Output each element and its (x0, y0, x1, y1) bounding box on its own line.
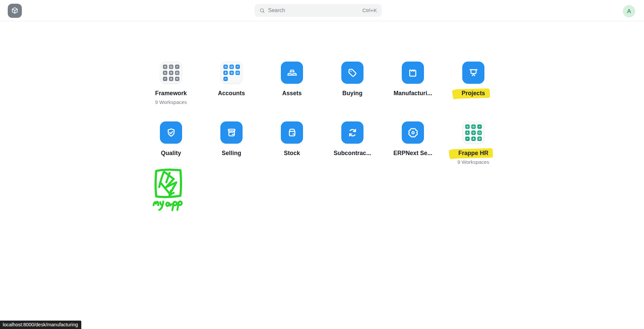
app-label-row: Stock (284, 150, 300, 157)
app-tile-accounts (220, 62, 243, 84)
workspace-count: 9 Workspaces (155, 99, 187, 105)
mini-app-icon (175, 77, 179, 81)
app-label-row: ERPNext Se... (393, 150, 432, 157)
factory-icon (407, 67, 419, 79)
app-label: Subcontrac... (334, 150, 371, 157)
apps-row-1: Framework9 WorkspacesAccountsAssetsBuyin… (141, 62, 505, 121)
sync-arrows-icon (347, 127, 358, 139)
mini-app-icon (235, 71, 240, 75)
mini-app-icon (175, 65, 179, 69)
mini-app-icon (465, 124, 470, 129)
mini-app-grid (223, 65, 240, 81)
app-tile-manufacturing (402, 62, 424, 84)
app-label: Framework (155, 90, 187, 97)
search-input[interactable] (268, 7, 359, 13)
app-item-stock[interactable]: Stock (262, 121, 322, 157)
mini-app-icon (477, 131, 482, 135)
mini-app-icon (163, 71, 167, 75)
mini-app-icon (465, 131, 470, 135)
app-label-row: Frappe HR (458, 150, 488, 157)
mini-app-grid (465, 124, 482, 141)
app-label-row: Quality (161, 150, 181, 157)
status-url-tooltip: localhost:8000/desk/manufacturing (0, 321, 81, 329)
tag-icon (347, 67, 358, 79)
app-label-row: Assets (282, 90, 302, 97)
mini-app-icon (465, 137, 470, 141)
user-avatar[interactable]: A (623, 5, 635, 17)
app-label: Assets (282, 90, 302, 97)
app-item-subcontracting[interactable]: Subcontrac... (322, 121, 383, 157)
mini-app-icon (471, 124, 476, 129)
app-tile-buying (341, 62, 363, 84)
mini-app-icon (235, 65, 240, 69)
app-label: Buying (342, 90, 362, 97)
mini-app-icon (163, 65, 167, 69)
mini-app-icon (223, 77, 228, 81)
mini-app-icon (223, 65, 228, 69)
app-tile-erpnext-settings (402, 121, 424, 144)
gear-icon (407, 127, 419, 139)
app-item-assets[interactable]: Assets (262, 62, 322, 97)
mini-app-icon (477, 124, 482, 129)
app-item-framework[interactable]: Framework9 Workspaces (141, 62, 201, 105)
search-icon (259, 8, 265, 13)
app-item-buying[interactable]: Buying (322, 62, 383, 97)
app-label-row: Buying (342, 90, 362, 97)
app-item-accounts[interactable]: Accounts (201, 62, 262, 97)
app-label-row: Manufacturi... (393, 90, 432, 97)
mini-app-icon (169, 77, 173, 81)
storefront-icon (226, 127, 238, 139)
app-label: Stock (284, 150, 300, 157)
app-label-row: Framework (155, 90, 187, 97)
app-tile-framework (160, 62, 182, 84)
app-label: Quality (161, 150, 181, 157)
global-search[interactable]: Ctrl+K (255, 4, 382, 17)
app-item-selling[interactable]: Selling (201, 121, 262, 157)
app-label-row: Projects (462, 90, 485, 97)
workspace-count: 9 Workspaces (458, 159, 489, 165)
mini-app-icon (477, 137, 482, 141)
app-label: Selling (222, 150, 241, 157)
app-logo-button[interactable] (8, 4, 22, 18)
app-label-row: Subcontrac... (334, 150, 371, 157)
search-shortcut-hint: Ctrl+K (362, 7, 377, 13)
mini-app-icon (169, 71, 173, 75)
app-label: Projects (462, 90, 485, 97)
apps-grid: Framework9 WorkspacesAccountsAssetsBuyin… (141, 62, 505, 181)
frappe-cube-icon (10, 6, 19, 15)
app-label: Frappe HR (458, 150, 488, 157)
mini-app-icon (175, 71, 179, 75)
gold-bars-icon (286, 67, 298, 79)
app-item-erpnext-settings[interactable]: ERPNext Se... (383, 121, 443, 157)
app-item-frappe-hr[interactable]: Frappe HR9 Workspaces (443, 121, 504, 165)
mini-app-grid (163, 65, 179, 81)
mini-app-icon (229, 65, 234, 69)
mini-app-icon (163, 77, 167, 81)
app-item-manufacturing[interactable]: Manufacturi... (383, 62, 443, 97)
app-tile-subcontracting (341, 121, 363, 144)
shield-check-icon (165, 127, 177, 139)
mini-app-icon (471, 131, 476, 135)
package-box-icon (286, 127, 298, 139)
mini-app-icon (471, 137, 476, 141)
my-app-doodle[interactable]: my app (150, 166, 192, 213)
app-tile-stock (281, 121, 303, 144)
app-tile-quality (160, 121, 182, 144)
app-tile-frappe-hr (462, 121, 484, 144)
mini-app-icon (169, 65, 173, 69)
app-item-projects[interactable]: Projects (443, 62, 504, 97)
app-label-row: Selling (222, 150, 241, 157)
apps-row-2: QualitySellingStockSubcontrac...ERPNext … (141, 121, 505, 181)
mini-app-icon (229, 71, 234, 75)
mini-app-icon (223, 71, 228, 75)
app-tile-assets (281, 62, 303, 84)
doodle-drawing-icon (150, 166, 192, 213)
app-label: ERPNext Se... (393, 150, 432, 157)
app-label: Accounts (218, 90, 245, 97)
app-tile-projects (462, 62, 484, 84)
app-label: Manufacturi... (393, 90, 432, 97)
presentation-board-icon (468, 67, 479, 79)
app-label-row: Accounts (218, 90, 245, 97)
top-navbar: Ctrl+K A (0, 0, 644, 21)
app-item-quality[interactable]: Quality (141, 121, 201, 157)
